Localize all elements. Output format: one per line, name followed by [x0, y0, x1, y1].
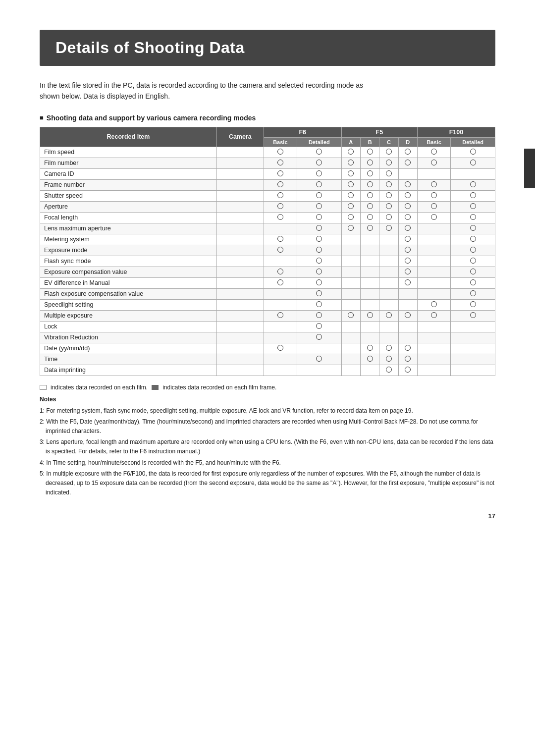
page-title-bar: Details of Shooting Data — [40, 30, 495, 66]
row-cell-f100_detailed — [451, 179, 495, 190]
row-item-name: Exposure compensation value — [40, 267, 217, 277]
row-item-name: Time — [40, 354, 217, 365]
row-cell-f5_a — [341, 234, 360, 245]
col-f100-detailed: Detailed — [451, 137, 495, 147]
row-cell-f5_b — [360, 168, 379, 179]
circle-mark — [405, 203, 411, 209]
circle-mark — [316, 269, 322, 274]
circle-mark — [470, 269, 476, 274]
row-item-name: EV difference in Manual — [40, 277, 217, 288]
legend-line-1: indicates data recorded on each film. in… — [40, 383, 495, 392]
circle-mark — [431, 301, 437, 307]
row-cell-f5_d — [398, 158, 417, 168]
circle-mark — [431, 181, 437, 187]
row-recording-mode — [216, 354, 264, 365]
circle-mark — [470, 149, 476, 155]
row-cell-f6_basic — [264, 310, 297, 321]
row-recording-mode — [216, 223, 264, 234]
circle-mark — [316, 149, 322, 155]
row-cell-f5_b — [360, 245, 379, 256]
row-cell-f6_detailed — [297, 212, 341, 223]
row-cell-f100_basic — [417, 354, 450, 365]
row-cell-f100_basic — [417, 321, 450, 332]
table-row: Shutter speed — [40, 190, 495, 201]
table-row: Date (yy/mm/dd) — [40, 343, 495, 354]
row-recording-mode — [216, 332, 264, 343]
circle-mark — [348, 214, 354, 220]
row-cell-f100_basic — [417, 245, 450, 256]
row-cell-f5_d — [398, 223, 417, 234]
row-cell-f5_d — [398, 212, 417, 223]
row-recording-mode — [216, 288, 264, 299]
row-cell-f5_d — [398, 332, 417, 343]
circle-mark — [431, 312, 437, 318]
row-cell-f6_basic — [264, 354, 297, 365]
row-cell-f5_c — [379, 158, 398, 168]
circle-mark — [386, 345, 392, 351]
row-cell-f100_basic — [417, 168, 450, 179]
row-cell-f100_detailed — [451, 354, 495, 365]
circle-mark — [277, 181, 283, 187]
circle-mark — [405, 356, 411, 362]
row-cell-f100_detailed — [451, 223, 495, 234]
circle-mark — [316, 323, 322, 329]
col-f5-c: C — [379, 137, 398, 147]
row-cell-f5_d — [398, 321, 417, 332]
page-title: Details of Shooting Data — [55, 39, 480, 57]
row-cell-f5_b — [360, 234, 379, 245]
row-cell-f100_basic — [417, 158, 450, 168]
row-cell-f6_basic — [264, 212, 297, 223]
circle-mark — [277, 214, 283, 220]
circle-mark — [405, 269, 411, 274]
table-row: Flash sync mode — [40, 256, 495, 267]
col-f6-detailed: Detailed — [297, 137, 341, 147]
circle-mark — [316, 290, 322, 296]
col-recorded-item: Recorded item — [40, 127, 217, 147]
row-cell-f5_d — [398, 365, 417, 376]
circle-mark — [316, 214, 322, 220]
row-cell-f5_b — [360, 223, 379, 234]
row-cell-f5_a — [341, 179, 360, 190]
row-cell-f6_basic — [264, 365, 297, 376]
row-cell-f100_basic — [417, 179, 450, 190]
row-cell-f6_detailed — [297, 365, 341, 376]
row-cell-f5_a — [341, 256, 360, 267]
table-row: Exposure mode — [40, 245, 495, 256]
row-cell-f100_detailed — [451, 321, 495, 332]
circle-mark — [470, 181, 476, 187]
row-item-name: Data imprinting — [40, 365, 217, 376]
circle-mark — [316, 203, 322, 209]
row-item-name: Flash exposure compensation value — [40, 288, 217, 299]
row-cell-f100_detailed — [451, 310, 495, 321]
row-cell-f100_basic — [417, 256, 450, 267]
row-cell-f5_d — [398, 299, 417, 310]
circle-mark — [386, 312, 392, 318]
circle-mark — [431, 192, 437, 198]
intro-text: In the text file stored in the PC, data … — [40, 80, 376, 102]
row-cell-f100_basic — [417, 288, 450, 299]
row-item-name: Exposure mode — [40, 245, 217, 256]
row-cell-f5_d — [398, 168, 417, 179]
row-cell-f100_basic — [417, 343, 450, 354]
circle-mark — [316, 356, 322, 362]
row-cell-f5_c — [379, 332, 398, 343]
row-cell-f5_c — [379, 267, 398, 277]
circle-mark — [405, 247, 411, 253]
row-recording-mode — [216, 212, 264, 223]
table-row: Frame number — [40, 179, 495, 190]
row-cell-f5_b — [360, 190, 379, 201]
row-cell-f5_c — [379, 201, 398, 212]
table-row: Lens maximum aperture — [40, 223, 495, 234]
table-row: Flash exposure compensation value — [40, 288, 495, 299]
circle-mark — [277, 170, 283, 176]
row-cell-f5_a — [341, 212, 360, 223]
circle-mark — [367, 356, 373, 362]
circle-mark — [277, 203, 283, 209]
row-cell-f100_detailed — [451, 332, 495, 343]
circle-mark — [316, 247, 322, 253]
row-cell-f5_a — [341, 147, 360, 158]
note-item-5: 5: In multiple exposure with the F6/F100… — [40, 469, 495, 498]
circle-mark — [470, 279, 476, 285]
row-cell-f5_a — [341, 190, 360, 201]
col-f5: F5 — [341, 127, 417, 137]
